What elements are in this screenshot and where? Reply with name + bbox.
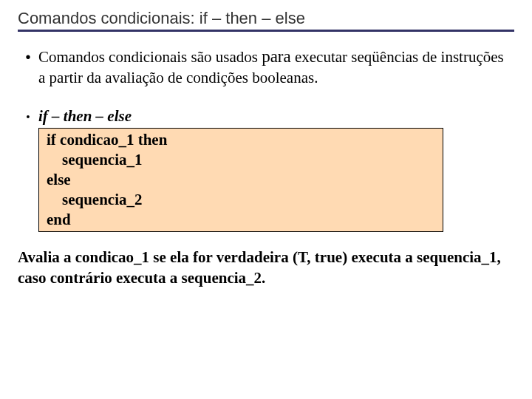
code-box: if condicao_1 then sequencia_1 else sequ…: [38, 128, 443, 232]
bullet-marker-small: •: [18, 106, 38, 128]
code-line-1: if condicao_1 then: [47, 130, 437, 150]
bullet-marker: •: [18, 47, 38, 67]
bullet-1-text: Comandos condicionais são usados para ex…: [38, 47, 514, 88]
if-then-else-label: if – then – else: [38, 106, 514, 126]
code-line-5: end: [47, 210, 437, 230]
bullet-item-1: • Comandos condicionais são usados para …: [18, 47, 514, 88]
slide: Comandos condicionais: if – then – else …: [0, 0, 532, 288]
code-line-4: sequencia_2: [47, 190, 437, 210]
footer-paragraph: Avalia a condicao_1 se ela for verdadeir…: [18, 247, 514, 288]
title-underline: [18, 30, 514, 32]
slide-title: Comandos condicionais: if – then – else: [18, 9, 514, 28]
bullet-2-body: if – then – else if condicao_1 then sequ…: [38, 106, 514, 232]
code-line-3: else: [47, 170, 437, 190]
code-line-2: sequencia_1: [47, 150, 437, 170]
bullet-item-2: • if – then – else if condicao_1 then se…: [18, 106, 514, 232]
bullet-1-pre: Comandos condicionais são usados: [38, 48, 262, 66]
bullet-1-emph: para: [262, 47, 291, 66]
